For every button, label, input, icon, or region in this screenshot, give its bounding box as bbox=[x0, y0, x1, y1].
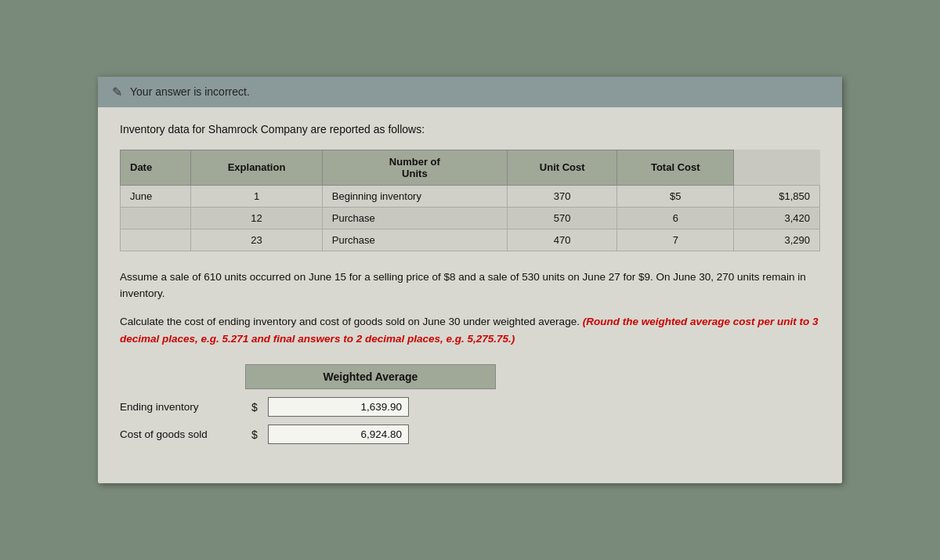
cell-day: 1 bbox=[191, 185, 322, 207]
cell-explanation: Purchase bbox=[322, 229, 507, 251]
cell-units: 470 bbox=[507, 229, 616, 251]
alert-bar: ✎ Your answer is incorrect. bbox=[98, 77, 842, 107]
instruction-plain: Calculate the cost of ending inventory a… bbox=[120, 316, 583, 327]
ending-inventory-row: Ending inventory $ bbox=[120, 397, 820, 417]
cell-date bbox=[121, 229, 191, 251]
cell-total-cost: 3,420 bbox=[734, 207, 820, 229]
cell-unit-cost: 6 bbox=[617, 207, 734, 229]
ending-inventory-label: Ending inventory bbox=[120, 401, 241, 413]
col-units: Number ofUnits bbox=[322, 150, 507, 185]
col-explanation: Explanation bbox=[191, 150, 322, 185]
intro-text: Inventory data for Shamrock Company are … bbox=[120, 123, 820, 135]
main-card: ✎ Your answer is incorrect. Inventory da… bbox=[98, 77, 842, 483]
cost-of-goods-sold-input[interactable] bbox=[268, 425, 409, 444]
col-total-cost: Total Cost bbox=[617, 150, 734, 185]
table-row: 12 Purchase 570 6 3,420 bbox=[121, 207, 820, 229]
cell-units: 570 bbox=[507, 207, 616, 229]
description-text: Assume a sale of 610 units occurred on J… bbox=[120, 269, 820, 302]
table-row: June 1 Beginning inventory 370 $5 $1,850 bbox=[121, 185, 820, 207]
cell-units: 370 bbox=[507, 185, 616, 207]
cost-of-goods-sold-dollar: $ bbox=[248, 428, 262, 441]
cell-total-cost: 3,290 bbox=[734, 229, 820, 251]
cell-day: 23 bbox=[191, 229, 322, 251]
content-area: Inventory data for Shamrock Company are … bbox=[98, 107, 842, 460]
cell-explanation: Purchase bbox=[322, 207, 507, 229]
cell-unit-cost: $5 bbox=[617, 185, 734, 207]
cell-total-cost: $1,850 bbox=[734, 185, 820, 207]
col-date: Date bbox=[121, 150, 191, 185]
results-section: Weighted Average Ending inventory $ Cost… bbox=[120, 364, 820, 444]
cell-unit-cost: 7 bbox=[617, 229, 734, 251]
cost-of-goods-sold-label: Cost of goods sold bbox=[120, 428, 241, 440]
ending-inventory-dollar: $ bbox=[248, 401, 262, 414]
instruction-text: Calculate the cost of ending inventory a… bbox=[120, 313, 820, 347]
cell-date bbox=[121, 207, 191, 229]
inventory-table: Date Explanation Number ofUnits Unit Cos… bbox=[120, 150, 820, 251]
cell-date: June bbox=[121, 185, 191, 207]
ending-inventory-input[interactable] bbox=[268, 397, 409, 417]
col-unit-cost: Unit Cost bbox=[507, 150, 616, 185]
alert-icon: ✎ bbox=[112, 85, 122, 99]
alert-message: Your answer is incorrect. bbox=[130, 85, 250, 98]
cost-of-goods-sold-row: Cost of goods sold $ bbox=[120, 425, 820, 444]
cell-day: 12 bbox=[191, 207, 322, 229]
weighted-average-header: Weighted Average bbox=[245, 364, 496, 389]
cell-explanation: Beginning inventory bbox=[322, 185, 507, 207]
table-row: 23 Purchase 470 7 3,290 bbox=[121, 229, 820, 251]
